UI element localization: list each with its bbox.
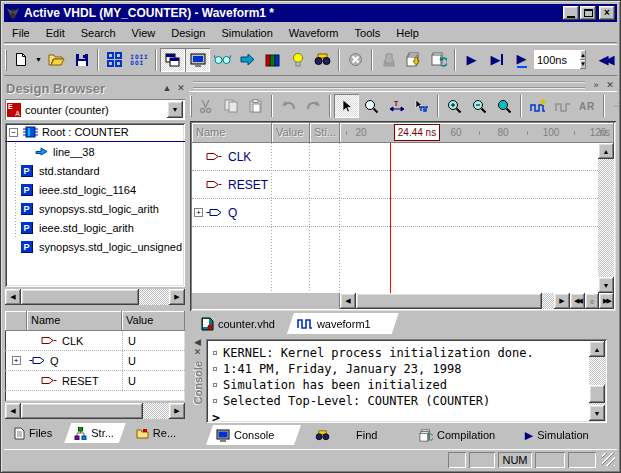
export-button[interactable] <box>235 48 260 72</box>
scroll-thumb[interactable] <box>21 403 143 419</box>
toolbar-grip[interactable] <box>190 95 192 117</box>
scroll-right-button[interactable]: ▶ <box>169 289 185 305</box>
expand-expander-icon[interactable]: + <box>194 208 203 217</box>
scroll-thumb[interactable] <box>589 385 605 403</box>
scroll-down-button[interactable]: ▼ <box>589 405 605 421</box>
menu-search[interactable]: Search <box>73 25 124 41</box>
tab-structure[interactable]: Str... <box>64 423 126 443</box>
find-button[interactable] <box>310 48 335 72</box>
menu-design[interactable]: Design <box>163 25 213 41</box>
scroll-track[interactable] <box>21 403 169 419</box>
scroll-right-button[interactable]: ▶ <box>169 403 185 419</box>
minimize-button[interactable] <box>563 6 579 20</box>
scroll-thumb[interactable] <box>356 293 542 309</box>
waveform-row[interactable]: + Q <box>192 199 598 227</box>
time-cursor-line[interactable] <box>390 143 391 293</box>
tree-item-package[interactable]: Pieee.std_logic_1164 <box>5 180 185 199</box>
tree-item-package[interactable]: Pieee.std_logic_arith <box>5 218 185 237</box>
tree-item-package[interactable]: Psynopsys.std_logic_arith <box>5 199 185 218</box>
go-start-button[interactable]: ◀◀ <box>570 293 585 309</box>
run-button[interactable]: ▶ <box>459 48 484 72</box>
scroll-down-button[interactable]: ▼ <box>598 277 614 293</box>
library-manager-button[interactable] <box>260 48 285 72</box>
expand-expander-icon[interactable]: + <box>12 356 21 365</box>
tab-simulation[interactable]: ▶ Simulation <box>515 425 617 445</box>
scroll-track[interactable] <box>21 289 169 305</box>
close-button[interactable]: × <box>599 6 615 20</box>
value-column-header[interactable]: Value <box>122 311 185 331</box>
tab-resources[interactable]: Re... <box>126 423 188 443</box>
waveform-row[interactable]: CLK <box>192 143 598 171</box>
collapse-console-button[interactable]: ◀ <box>191 337 205 347</box>
tree-item-root[interactable]: − Root : COUNTER <box>5 123 185 142</box>
scroll-up-button[interactable]: ▲ <box>589 341 605 357</box>
table-row[interactable]: + Q U <box>5 351 185 371</box>
measure-mode-button[interactable]: T <box>384 94 409 118</box>
resize-grip[interactable] <box>602 453 615 466</box>
tab-counter-vhd[interactable]: counter.vhd <box>191 313 287 334</box>
save-button[interactable] <box>69 48 94 72</box>
spinner-up-button[interactable]: ▲ <box>580 50 586 60</box>
hdl-editor-button[interactable]: IOIIOOI <box>127 48 152 72</box>
find-event-button[interactable]: AR <box>575 94 600 118</box>
panel-grip[interactable] <box>193 81 585 89</box>
scroll-track[interactable] <box>356 293 554 309</box>
cascade-windows-button[interactable] <box>160 48 185 72</box>
name-column-header[interactable]: Name <box>192 123 272 143</box>
menu-help[interactable]: Help <box>388 25 427 41</box>
tab-console[interactable]: Console <box>206 425 301 445</box>
scroll-thumb[interactable] <box>21 289 139 305</box>
compile-all-with-deps-button[interactable] <box>426 48 451 72</box>
design-combo[interactable]: EA counter (counter) ▼ <box>5 99 185 120</box>
tree-item-architecture[interactable]: line__38 <box>5 142 185 161</box>
add-signal-button[interactable] <box>525 94 550 118</box>
scroll-up-button[interactable]: ▲ <box>598 143 614 159</box>
scroll-track[interactable] <box>598 159 614 277</box>
menu-tools[interactable]: Tools <box>347 25 389 41</box>
go-cursor-button[interactable]: ○ <box>585 293 599 309</box>
cursor-time-flag[interactable]: 24.44 ns <box>394 124 440 141</box>
select-mode-button[interactable] <box>334 94 359 118</box>
tab-compilation[interactable]: Compilation <box>409 425 515 445</box>
zoom-fit-button[interactable] <box>492 94 517 118</box>
table-row[interactable]: CLK U <box>5 331 185 351</box>
sim-time-input[interactable] <box>534 50 580 69</box>
scroll-left-button[interactable]: ◀ <box>5 289 21 305</box>
scroll-left-button[interactable]: ◀ <box>5 403 21 419</box>
zoom-out-button[interactable] <box>467 94 492 118</box>
run-until-button[interactable]: ▶ <box>484 48 509 72</box>
tab-files[interactable]: Files <box>4 423 64 443</box>
expand-toolbar-button[interactable]: » <box>589 80 603 90</box>
table-row[interactable]: RESET U <box>5 371 185 391</box>
compile-all-button[interactable] <box>401 48 426 72</box>
maximize-button[interactable] <box>580 6 596 20</box>
new-document-button[interactable] <box>8 48 33 72</box>
close-panel-button[interactable]: ✕ <box>174 83 188 93</box>
toolbar-grip[interactable] <box>5 49 7 71</box>
restart-button[interactable]: ◀◀ <box>592 48 617 72</box>
zoom-mode-button[interactable] <box>359 94 384 118</box>
menu-view[interactable]: View <box>124 25 164 41</box>
menu-file[interactable]: File <box>4 25 38 41</box>
menu-simulation[interactable]: Simulation <box>213 25 280 41</box>
tab-waveform1[interactable]: waveform1 <box>287 313 399 334</box>
close-waveform-button[interactable]: ✕ <box>603 80 617 90</box>
stimulator-button[interactable] <box>550 94 575 118</box>
go-end-button[interactable]: ▶▶ <box>599 293 614 309</box>
design-flow-button[interactable] <box>102 48 127 72</box>
spinner-down-button[interactable]: ▼ <box>580 60 586 70</box>
stimulator-column-header[interactable]: Sti... <box>310 123 340 143</box>
tab-find[interactable]: Find <box>301 425 409 445</box>
design-browser-button[interactable] <box>185 48 210 72</box>
menu-edit[interactable]: Edit <box>38 25 73 41</box>
new-document-dropdown[interactable]: ▼ <box>33 48 44 72</box>
zoom-in-button[interactable] <box>442 94 467 118</box>
select-signal-button[interactable] <box>409 94 434 118</box>
tree-item-package[interactable]: Pstd.standard <box>5 161 185 180</box>
waveform-row[interactable]: RESET <box>192 171 598 199</box>
collapse-panel-button[interactable]: ▲ <box>160 83 174 93</box>
run-for-button[interactable]: ▶ <box>509 48 534 72</box>
collapse-expander-icon[interactable]: − <box>9 128 18 137</box>
value-column-header[interactable]: Value <box>272 123 310 143</box>
close-console-button[interactable]: ✕ <box>191 347 205 357</box>
